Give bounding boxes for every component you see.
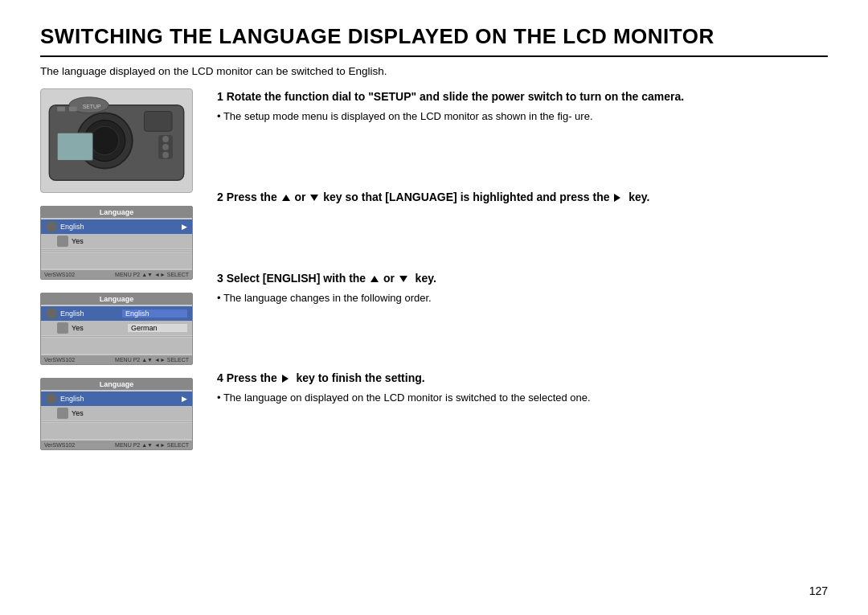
lcd-divider-2	[41, 251, 192, 252]
lcd-divider-3	[41, 336, 192, 337]
lcd-label-english: English	[60, 223, 180, 231]
svg-rect-11	[57, 133, 92, 160]
camera-diagram: SETUP	[40, 88, 193, 193]
lcd-row-yes-3: Yes	[41, 406, 192, 420]
triangle-up-icon-3	[371, 276, 379, 282]
svg-point-8	[162, 136, 169, 142]
svg-rect-13	[69, 107, 77, 112]
triangle-down-icon-3	[399, 276, 407, 282]
svg-rect-4	[144, 112, 171, 132]
triangle-up-icon-2	[282, 195, 290, 201]
triangle-right-icon-2	[614, 194, 620, 202]
lcd-footer-3: VerSWS102 MENU P2 ▲▼ ◄► SELECT	[41, 441, 192, 449]
lcd-arrow-1: ▶	[182, 223, 187, 231]
lcd-version-1: VerSWS102	[44, 272, 75, 277]
lcd-screen-3: Language English ▶ Yes VerSWS102	[40, 378, 193, 450]
globe-icon-2	[46, 308, 57, 319]
lcd-divider-1	[41, 249, 192, 250]
step-1: 1 Rotate the function dial to "SETUP" an…	[217, 88, 828, 125]
lcd-col-right-english: English	[122, 310, 187, 318]
lcd-label-yes: Yes	[72, 237, 187, 245]
step-2-heading: 2 Press the or key so that [LANGUAGE] is…	[217, 189, 828, 206]
lcd-row-english-2: English English	[41, 306, 192, 321]
step-1-note: • The setup mode menu is displayed on th…	[217, 109, 828, 125]
lcd-empty-area-2	[41, 338, 192, 354]
lcd-header-3: Language	[41, 379, 192, 390]
lcd-col-left-yes: Yes	[72, 324, 128, 332]
lcd-body-1: English ▶ Yes	[41, 218, 192, 270]
step-4: 4 Press the key to finish the setting. •…	[217, 370, 828, 406]
left-column: SETUP Language	[40, 88, 201, 457]
lcd-nav-2: MENU P2 ▲▼ ◄► SELECT	[115, 357, 189, 363]
lcd-nav-3: MENU P2 ▲▼ ◄► SELECT	[115, 442, 189, 448]
lcd-arrow-3: ▶	[182, 395, 187, 403]
svg-point-10	[162, 152, 169, 158]
lcd-row-yes: Yes	[41, 234, 192, 248]
lcd-body-3: English ▶ Yes	[41, 390, 192, 441]
triangle-down-icon-2	[310, 195, 318, 201]
lcd-row-language: English ▶	[41, 219, 192, 234]
lcd-label-english-3: English	[60, 395, 180, 403]
page: SWITCHING THE LANGUAGE DISPLAYED ON THE …	[0, 0, 868, 615]
step-3-note: • The language changes in the following …	[217, 290, 828, 306]
lcd-footer-2: VerSWS102 MENU P2 ▲▼ ◄► SELECT	[41, 355, 192, 364]
lcd-empty-area-3	[41, 423, 192, 439]
triangle-right-icon-4	[282, 375, 289, 383]
page-number: 127	[809, 584, 828, 597]
globe-icon-1	[46, 221, 57, 232]
step-2: 2 Press the or key so that [LANGUAGE] is…	[217, 189, 828, 206]
lcd-version-3: VerSWS102	[44, 442, 75, 448]
lcd-header-1: Language	[41, 207, 192, 218]
lcd-screen-1: Language English ▶ Yes V	[40, 206, 193, 280]
svg-rect-12	[57, 107, 65, 112]
step-1-heading: 1 Rotate the function dial to "SETUP" an…	[217, 88, 828, 105]
step-4-heading: 4 Press the key to finish the setting.	[217, 370, 828, 387]
lcd-col-left-english: English	[60, 310, 122, 318]
lcd-version-2: VerSWS102	[44, 357, 75, 363]
gear-icon-3	[57, 408, 68, 419]
lcd-empty-area-1	[41, 252, 192, 269]
lcd-nav-1: MENU P2 ▲▼ ◄► SELECT	[115, 272, 189, 277]
gear-icon-2	[57, 322, 68, 334]
lcd-row-english-3: English ▶	[41, 392, 192, 406]
svg-point-3	[91, 126, 119, 154]
right-column: 1 Rotate the function dial to "SETUP" an…	[217, 88, 828, 457]
svg-text:SETUP: SETUP	[83, 104, 101, 109]
lcd-row-yes-2: Yes German	[41, 321, 192, 335]
lcd-divider-4	[41, 421, 192, 422]
lcd-screen-2: Language English English Yes German	[40, 293, 193, 365]
page-title: SWITCHING THE LANGUAGE DISPLAYED ON THE …	[40, 24, 828, 57]
globe-icon-3	[46, 393, 57, 404]
step-4-note: • The language on displayed on the LCD m…	[217, 390, 828, 406]
svg-point-9	[162, 144, 169, 150]
lcd-col-right-german: German	[128, 324, 187, 332]
subtitle: The language displayed on the LCD monito…	[40, 65, 828, 77]
content-area: SETUP Language	[40, 88, 828, 457]
gear-icon-1	[57, 236, 68, 247]
lcd-footer-1: VerSWS102 MENU P2 ▲▼ ◄► SELECT	[41, 270, 192, 279]
step-3-heading: 3 Select [ENGLISH] with the or key.	[217, 270, 828, 287]
lcd-header-2: Language	[41, 293, 192, 305]
lcd-body-2: English English Yes German	[41, 305, 192, 355]
lcd-label-yes-3: Yes	[72, 409, 187, 417]
step-3: 3 Select [ENGLISH] with the or key. • Th…	[217, 270, 828, 306]
